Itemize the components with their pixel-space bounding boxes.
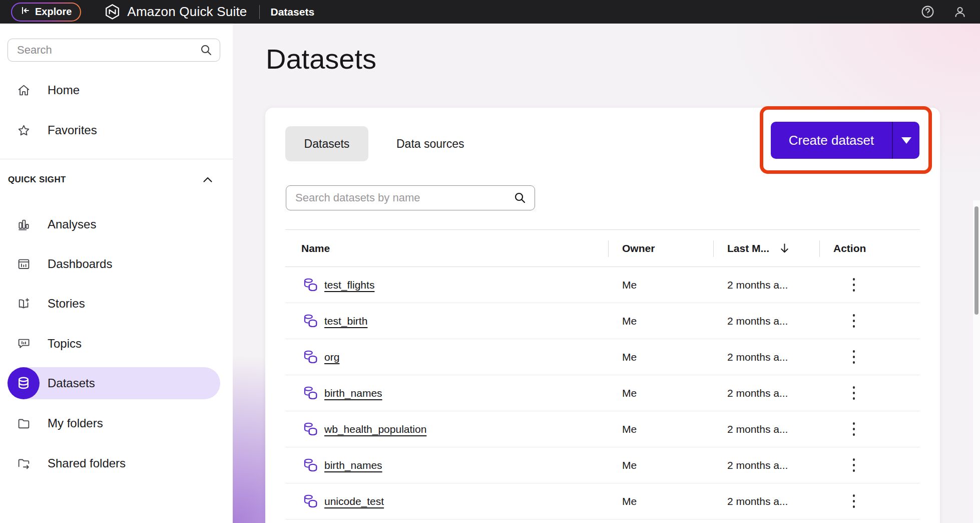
top-bar: Explore Amazon Quick Suite Datasets xyxy=(0,0,980,24)
owner-cell: Me xyxy=(608,423,713,435)
section-label: QUICK SIGHT xyxy=(8,175,66,185)
sidebar-item-label: Dashboards xyxy=(48,257,112,271)
home-icon xyxy=(8,74,40,106)
shared-folder-icon xyxy=(8,447,40,479)
row-actions-menu-icon[interactable] xyxy=(845,418,862,440)
dashboard-icon xyxy=(8,248,40,280)
database-icon xyxy=(8,367,40,399)
datasets-table: Name Owner Last M... Acti xyxy=(285,229,920,519)
dataset-link[interactable]: org xyxy=(324,351,339,363)
explore-button[interactable]: Explore xyxy=(11,3,81,22)
owner-cell: Me xyxy=(608,495,713,507)
sidebar-item-label: Analyses xyxy=(48,217,96,231)
bar-chart-icon xyxy=(8,208,40,240)
sort-desc-icon[interactable] xyxy=(778,242,791,254)
sidebar-item-favorites[interactable]: Favorites xyxy=(8,114,220,146)
owner-cell: Me xyxy=(608,315,713,327)
column-header-last-modified[interactable]: Last M... xyxy=(713,230,819,267)
last-modified-cell: 2 months a... xyxy=(713,351,819,363)
search-icon xyxy=(199,43,213,59)
dataset-link[interactable]: birth_names xyxy=(324,459,382,471)
owner-cell: Me xyxy=(608,459,713,471)
chevron-up-icon[interactable] xyxy=(201,173,214,186)
sidebar-item-shared-folders[interactable]: Shared folders xyxy=(8,447,220,479)
owner-cell: Me xyxy=(608,351,713,363)
dataset-search-input[interactable] xyxy=(286,185,535,210)
dataset-icon xyxy=(303,421,318,437)
dataset-icon xyxy=(303,313,318,329)
last-modified-cell: 2 months a... xyxy=(713,315,819,327)
sidebar-item-analyses[interactable]: Analyses xyxy=(8,208,220,240)
sidebar-search-input[interactable] xyxy=(8,39,220,62)
quick-suite-logo-icon xyxy=(104,4,121,20)
help-icon[interactable] xyxy=(920,5,935,19)
user-account-icon[interactable] xyxy=(953,5,967,19)
main-content: Datasets Datasets Data sources xyxy=(233,24,980,523)
row-actions-menu-icon[interactable] xyxy=(845,382,862,404)
topic-bubble-icon xyxy=(8,328,40,360)
table-row: org Me 2 months a... xyxy=(285,339,920,375)
topbar-divider xyxy=(259,5,260,19)
create-dataset-dropdown-button[interactable] xyxy=(893,122,919,159)
last-modified-cell: 2 months a... xyxy=(713,495,819,507)
sidebar-item-label: Stories xyxy=(48,297,85,311)
search-icon xyxy=(513,191,527,207)
table-row: wb_health_population Me 2 months a... xyxy=(285,411,920,447)
row-actions-menu-icon[interactable] xyxy=(845,310,862,332)
dataset-link[interactable]: test_flights xyxy=(324,279,374,291)
star-icon xyxy=(8,114,40,146)
sidebar-item-label: Topics xyxy=(48,337,82,351)
row-actions-menu-icon[interactable] xyxy=(845,274,862,296)
dataset-icon xyxy=(303,349,318,365)
caret-down-icon xyxy=(901,137,911,144)
tab-data-sources[interactable]: Data sources xyxy=(378,126,482,161)
dataset-icon xyxy=(303,493,318,509)
owner-cell: Me xyxy=(608,279,713,291)
dataset-link[interactable]: wb_health_population xyxy=(324,423,426,435)
create-dataset-split-button: Create dataset xyxy=(771,122,919,159)
tab-datasets[interactable]: Datasets xyxy=(285,126,368,161)
sidebar-item-label: Home xyxy=(48,83,80,97)
sidebar-item-datasets[interactable]: Datasets xyxy=(8,367,220,399)
dataset-icon xyxy=(303,385,318,401)
table-row: test_flights Me 2 months a... xyxy=(285,267,920,303)
row-actions-menu-icon[interactable] xyxy=(845,454,862,476)
dataset-search xyxy=(286,185,535,210)
app-title: Amazon Quick Suite xyxy=(127,4,247,20)
last-modified-cell: 2 months a... xyxy=(713,459,819,471)
table-row: unicode_test Me 2 months a... xyxy=(285,483,920,519)
sidebar: Home Favorites QUICK SIGHT xyxy=(0,24,233,523)
sidebar-item-label: Favorites xyxy=(48,123,97,137)
collapse-left-icon xyxy=(21,6,31,18)
table-row: birth_names Me 2 months a... xyxy=(285,375,920,411)
sidebar-item-dashboards[interactable]: Dashboards xyxy=(8,248,220,280)
sidebar-item-my-folders[interactable]: My folders xyxy=(8,407,220,439)
row-actions-menu-icon[interactable] xyxy=(845,490,862,512)
table-header-row: Name Owner Last M... Acti xyxy=(285,229,920,267)
dataset-icon xyxy=(303,277,318,293)
create-dataset-button[interactable]: Create dataset xyxy=(771,122,893,159)
story-book-icon xyxy=(8,288,40,320)
app-window: Explore Amazon Quick Suite Datasets xyxy=(0,0,980,523)
owner-cell: Me xyxy=(608,387,713,399)
column-header-name[interactable]: Name xyxy=(285,230,608,267)
sidebar-item-topics[interactable]: Topics xyxy=(8,328,220,360)
page-title: Datasets xyxy=(266,43,376,75)
sidebar-item-label: My folders xyxy=(48,416,103,430)
breadcrumb: Datasets xyxy=(271,6,315,18)
explore-label: Explore xyxy=(35,6,72,18)
sidebar-item-label: Datasets xyxy=(48,376,95,390)
sidebar-divider xyxy=(0,159,233,159)
row-actions-menu-icon[interactable] xyxy=(845,346,862,368)
sidebar-section-header: QUICK SIGHT xyxy=(8,173,220,186)
sidebar-item-stories[interactable]: Stories xyxy=(8,288,220,320)
scrollbar-thumb[interactable] xyxy=(974,206,978,315)
dataset-link[interactable]: test_birth xyxy=(324,315,367,327)
dataset-link[interactable]: unicode_test xyxy=(324,495,384,507)
sidebar-item-home[interactable]: Home xyxy=(8,74,220,106)
tab-bar: Datasets Data sources xyxy=(285,126,482,161)
dataset-icon xyxy=(303,457,318,473)
datasets-card: Datasets Data sources Name xyxy=(265,108,940,523)
dataset-link[interactable]: birth_names xyxy=(324,387,382,399)
column-header-owner[interactable]: Owner xyxy=(608,230,713,267)
